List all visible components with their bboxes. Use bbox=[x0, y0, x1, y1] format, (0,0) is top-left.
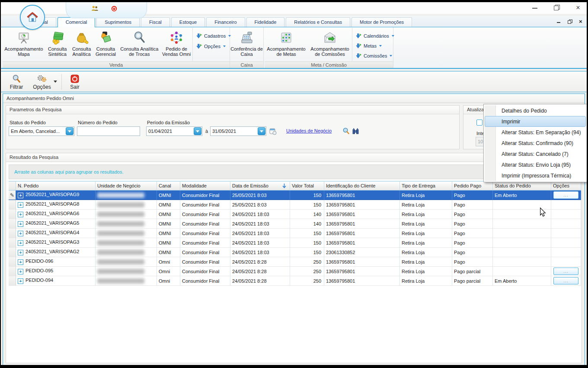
chevron-down-icon[interactable] bbox=[66, 127, 74, 135]
auto-refresh-checkbox[interactable] bbox=[476, 119, 483, 126]
options-button[interactable]: Opções bbox=[29, 74, 55, 90]
expand-row-icon[interactable]: + bbox=[18, 202, 23, 208]
row-options-button[interactable]: ... bbox=[553, 268, 578, 275]
table-row[interactable]: +24052021_VARISOPAG3 OMNI Consumidor Fin… bbox=[9, 238, 581, 248]
unidades-negocio-link[interactable]: Unidades de Negócio bbox=[286, 128, 332, 133]
expand-row-icon[interactable]: + bbox=[18, 193, 23, 198]
ribbon-menu-cadastros[interactable]: Cadastros bbox=[196, 31, 230, 41]
menu-item[interactable]: Imprimir bbox=[485, 116, 586, 127]
ribbon-tab[interactable]: Motor de Promoções bbox=[352, 17, 412, 27]
ribbon-tab[interactable]: Fiscal bbox=[141, 17, 170, 27]
menu-item[interactable]: Alterar Status: Em Separação (94) bbox=[485, 127, 586, 138]
cell-status: Em Aberto bbox=[493, 276, 551, 286]
ribbon-menu-metas[interactable]: Metas bbox=[356, 41, 393, 51]
expand-row-icon[interactable]: + bbox=[18, 269, 23, 274]
options-dropdown-caret[interactable] bbox=[54, 81, 57, 83]
mdi-close-button[interactable]: × bbox=[579, 19, 583, 23]
status-pedido-select[interactable]: Em Aberto, Cancelad... bbox=[9, 126, 74, 136]
menu-item[interactable]: Detalhes do Pedido bbox=[485, 105, 586, 116]
ribbon-menu-calendarios[interactable]: Calendários bbox=[356, 31, 393, 41]
results-grid: N. Pedido Unidade de Negócio Canal Modal… bbox=[9, 181, 581, 286]
column-header[interactable]: N. Pedido bbox=[16, 181, 96, 190]
column-header[interactable]: Canal bbox=[157, 181, 180, 190]
ribbon-button-consulta-sintetica[interactable]: Consulta Sintética bbox=[45, 28, 70, 61]
ribbon-tab[interactable]: Estoque bbox=[171, 17, 205, 27]
column-header[interactable]: Opções bbox=[551, 181, 581, 190]
date-to-picker[interactable]: 31/05/2021 bbox=[210, 126, 266, 136]
clear-date-icon[interactable] bbox=[269, 127, 277, 135]
row-options-button[interactable]: ... bbox=[553, 191, 578, 199]
column-header[interactable]: Pedido Pago bbox=[452, 181, 493, 190]
column-header[interactable]: Status do Pedido bbox=[493, 181, 551, 190]
column-header[interactable]: Modalidade bbox=[180, 181, 230, 190]
menu-item[interactable]: Alterar Status: Confirmado (90) bbox=[485, 138, 586, 148]
column-header[interactable]: Unidade de Negócio bbox=[96, 181, 157, 190]
table-row[interactable]: +25052021_VARISOPAG8 OMNI Consumidor Fin… bbox=[9, 200, 581, 210]
window-restore-button[interactable] bbox=[553, 5, 560, 11]
cell-cliente: 23061330852 bbox=[324, 248, 400, 257]
table-row[interactable]: +PEDIDO-096 Omni Consumidor Final 24/05/… bbox=[9, 257, 581, 267]
ribbon-button-consulta-analitica[interactable]: Consulta Analítica bbox=[70, 28, 93, 61]
users-icon[interactable] bbox=[91, 5, 99, 12]
expand-row-icon[interactable]: + bbox=[18, 278, 23, 284]
date-from-picker[interactable]: 01/04/2021 bbox=[146, 126, 202, 136]
cell-cliente: 13659795801 bbox=[324, 229, 400, 238]
cell-cliente: 13659795801 bbox=[324, 190, 400, 200]
mdi-restore-button[interactable] bbox=[568, 19, 572, 23]
row-indicator-header bbox=[9, 181, 16, 190]
binoculars-icon[interactable] bbox=[352, 127, 359, 135]
column-header[interactable]: Tipo de Entrega bbox=[400, 181, 452, 190]
menu-item[interactable]: Imprimir (Impressora Térmica) bbox=[485, 170, 586, 181]
ribbon-tab[interactable]: Comercial bbox=[58, 17, 96, 27]
menu-item[interactable]: Alterar Status: Envio Loja (95) bbox=[485, 159, 586, 170]
row-indicator-cell bbox=[9, 238, 16, 248]
cell-valor-total: 250 bbox=[290, 267, 324, 276]
power-icon[interactable] bbox=[111, 5, 118, 12]
ribbon-tab[interactable]: Relatórios e Consultas bbox=[286, 17, 350, 27]
chevron-down-icon[interactable] bbox=[258, 127, 265, 135]
expand-row-icon[interactable]: + bbox=[18, 240, 23, 246]
ribbon-button-consulta-analitica-trocas[interactable]: Consulta Analítica de Trocas bbox=[118, 28, 160, 61]
table-row[interactable]: ✎ +25052021_VARISOPAG9 OMNI Consumidor F… bbox=[9, 190, 581, 200]
search-icon[interactable] bbox=[342, 127, 350, 135]
ribbon-button-consulta-gerencial[interactable]: Consulta Gerencial bbox=[93, 28, 118, 61]
table-row[interactable]: +24052021_VARISOPAG5 OMNI Consumidor Fin… bbox=[9, 219, 581, 229]
ribbon-tab[interactable]: Fidelidade bbox=[246, 17, 285, 27]
row-options-button[interactable]: ... bbox=[553, 277, 578, 284]
menu-item[interactable]: Alterar Status: Cancelado (7) bbox=[485, 148, 586, 159]
ribbon-tab[interactable]: Financeiro bbox=[206, 17, 245, 27]
numero-pedido-input[interactable] bbox=[77, 126, 140, 136]
redacted-blur bbox=[97, 240, 144, 245]
ribbon-button-acompanhamento-metas[interactable]: Acompanhamento de Metas bbox=[265, 28, 308, 61]
window-minimize-button[interactable] bbox=[531, 5, 538, 11]
expand-row-icon[interactable]: + bbox=[18, 221, 23, 227]
table-row[interactable]: +PEDIDO-094 Omni Consumidor Final 24/05/… bbox=[9, 276, 581, 286]
column-header[interactable]: Data de Emissão bbox=[230, 181, 290, 190]
expand-row-icon[interactable]: + bbox=[18, 212, 23, 217]
column-header[interactable]: Identificação do Cliente bbox=[324, 181, 400, 190]
column-header[interactable]: Valor Total bbox=[290, 181, 324, 190]
chevron-down-icon[interactable] bbox=[194, 127, 201, 135]
mdi-minimize-button[interactable] bbox=[556, 19, 561, 23]
ribbon-button-acompanhamento-mapa[interactable]: Acompanhamento Mapa bbox=[3, 28, 45, 61]
filter-button[interactable]: Filtrar bbox=[4, 74, 29, 90]
ribbon-menu-opcoes[interactable]: Opções bbox=[196, 41, 230, 52]
table-row[interactable]: +24052021_VARISOPAG6 OMNI Consumidor Fin… bbox=[9, 210, 581, 219]
window-close-button[interactable]: × bbox=[575, 5, 582, 11]
cell-cliente: 13659795801 bbox=[324, 200, 400, 210]
ribbon-menu-comissoes[interactable]: Comissões bbox=[356, 51, 393, 61]
ribbon-group-label: Caixa bbox=[230, 61, 263, 68]
expand-row-icon[interactable]: + bbox=[18, 250, 23, 255]
ribbon-tab[interactable]: Suprimentos bbox=[96, 17, 140, 27]
table-row[interactable]: +PEDIDO-095 Omni Consumidor Final 24/05/… bbox=[9, 267, 581, 276]
ribbon-button-conferencia-caixa[interactable]: Conferência de Caixa bbox=[230, 28, 263, 61]
expand-row-icon[interactable]: + bbox=[18, 259, 23, 265]
ribbon-button-acompanhamento-comissoes[interactable]: Acompanhamento de Comissões bbox=[308, 28, 352, 61]
row-indicator-cell bbox=[9, 219, 16, 229]
app-menu-button[interactable] bbox=[20, 5, 45, 30]
exit-button[interactable]: Sair bbox=[65, 74, 84, 90]
table-row[interactable]: +24052021_VARISOPAG4 OMNI Consumidor Fin… bbox=[9, 229, 581, 238]
expand-row-icon[interactable]: + bbox=[18, 231, 23, 236]
ribbon-button-pedido-vendas-omni[interactable]: Pedido de Vendas Omni bbox=[160, 28, 192, 61]
table-row[interactable]: +24052021_VARISOPAG2 OMNI Consumidor Fin… bbox=[9, 248, 581, 257]
